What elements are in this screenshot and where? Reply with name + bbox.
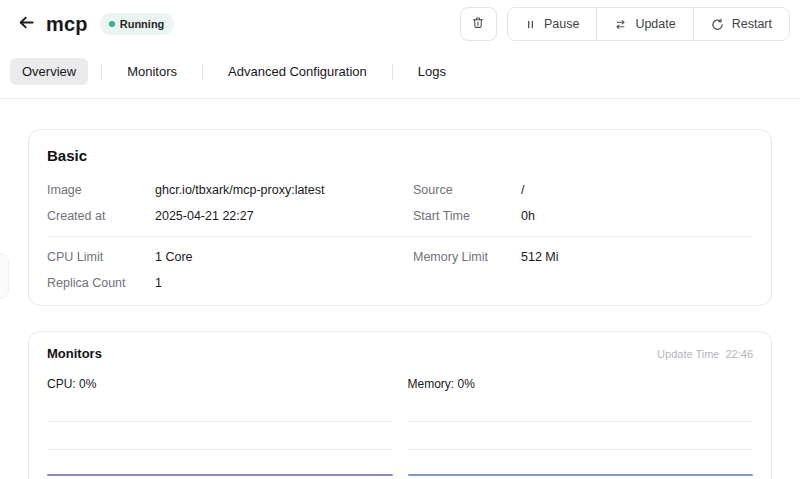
field-start-time-label: Start Time [413, 209, 521, 223]
status-dot-icon [109, 21, 115, 27]
app-detail-page: mcp Running [0, 0, 800, 479]
cpu-chart-data-line [47, 474, 393, 476]
update-button[interactable]: Update [596, 8, 692, 40]
status-badge-label: Running [120, 18, 165, 30]
main-content: Basic Image ghcr.io/tbxark/mcp-proxy:lat… [0, 99, 800, 479]
field-cpu-limit-label: CPU Limit [47, 250, 155, 264]
cpu-chart-gridline [47, 449, 393, 450]
back-button[interactable] [14, 12, 38, 36]
cpu-chart-area [47, 404, 393, 476]
pause-button[interactable]: Pause [508, 8, 596, 40]
update-button-label: Update [635, 17, 675, 31]
charts-row: CPU: 0% Memory: 0% [47, 377, 753, 476]
field-memory-limit-value: 512 Mi [521, 250, 559, 264]
action-button-group: Pause Update [507, 7, 790, 41]
field-created-at: Created at 2025-04-21 22:27 [47, 203, 387, 229]
field-memory-limit: Memory Limit 512 Mi [413, 244, 753, 270]
basic-card-divider [47, 236, 753, 237]
restart-button[interactable]: Restart [693, 8, 789, 40]
field-replica-count: Replica Count 1 [47, 270, 387, 296]
basic-card-title: Basic [47, 147, 753, 164]
field-cpu-limit-value: 1 Core [155, 250, 193, 264]
header-left: mcp Running [14, 12, 174, 36]
field-source-value: / [521, 183, 524, 197]
basic-info-card: Basic Image ghcr.io/tbxark/mcp-proxy:lat… [28, 129, 772, 306]
monitors-card-header: Monitors Update Time 22:46 [47, 346, 753, 361]
header-actions: Pause Update [460, 7, 790, 41]
swap-arrows-icon [614, 18, 627, 31]
field-created-at-label: Created at [47, 209, 155, 223]
pause-button-label: Pause [544, 17, 579, 31]
back-arrow-icon [17, 13, 36, 35]
update-time: Update Time 22:46 [657, 348, 753, 360]
field-start-time-value: 0h [521, 209, 535, 223]
field-cpu-limit: CPU Limit 1 Core [47, 244, 387, 270]
cpu-chart-label: CPU: 0% [47, 377, 393, 391]
cpu-chart: CPU: 0% [47, 377, 393, 476]
field-created-at-value: 2025-04-21 22:27 [155, 209, 254, 223]
memory-chart-area [408, 404, 754, 476]
field-replica-count-value: 1 [155, 276, 162, 290]
memory-chart: Memory: 0% [408, 377, 754, 476]
memory-chart-gridline [408, 421, 754, 422]
side-drawer-handle[interactable] [0, 253, 9, 299]
tab-separator [101, 64, 102, 80]
monitors-card: Monitors Update Time 22:46 CPU: 0% Memo [28, 331, 772, 479]
update-time-label: Update Time [657, 348, 719, 360]
update-time-value: 22:46 [725, 348, 753, 360]
delete-button[interactable] [460, 7, 497, 41]
cpu-chart-gridline [47, 421, 393, 422]
memory-chart-data-line [408, 474, 754, 476]
memory-chart-label: Memory: 0% [408, 377, 754, 391]
field-empty-cell [413, 270, 753, 296]
field-start-time: Start Time 0h [413, 203, 753, 229]
trash-icon [471, 16, 485, 33]
tab-bar: Overview Monitors Advanced Configuration… [0, 48, 800, 99]
tab-logs[interactable]: Logs [406, 58, 458, 85]
restart-button-label: Restart [732, 17, 772, 31]
field-replica-count-label: Replica Count [47, 276, 155, 290]
field-memory-limit-label: Memory Limit [413, 250, 521, 264]
tab-separator [202, 64, 203, 80]
memory-chart-gridline [408, 449, 754, 450]
tab-separator [392, 64, 393, 80]
tab-advanced-configuration[interactable]: Advanced Configuration [216, 58, 379, 85]
field-source-label: Source [413, 183, 521, 197]
page-header: mcp Running [0, 0, 800, 48]
monitors-card-title: Monitors [47, 346, 102, 361]
field-image-label: Image [47, 183, 155, 197]
field-source: Source / [413, 177, 753, 203]
field-image: Image ghcr.io/tbxark/mcp-proxy:latest [47, 177, 387, 203]
page-title: mcp [46, 13, 88, 36]
basic-fields-grid: Image ghcr.io/tbxark/mcp-proxy:latest So… [47, 177, 753, 296]
field-image-value: ghcr.io/tbxark/mcp-proxy:latest [155, 183, 325, 197]
restart-icon [711, 18, 724, 31]
status-badge: Running [100, 13, 175, 35]
tab-overview[interactable]: Overview [10, 58, 88, 85]
tab-monitors[interactable]: Monitors [115, 58, 189, 85]
pause-icon [525, 19, 536, 30]
